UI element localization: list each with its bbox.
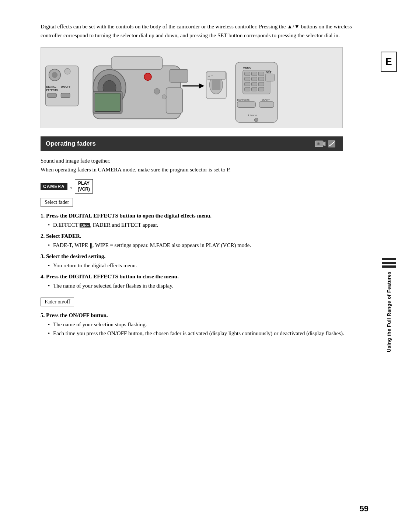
step-5: 5. Press the ON/OFF button. The name of … bbox=[41, 312, 369, 338]
sidebar-line-3 bbox=[382, 265, 396, 268]
step-4-title: 4. Press the DIGITAL EFFECTS button to c… bbox=[41, 274, 369, 280]
svg-rect-32 bbox=[252, 72, 257, 76]
sidebar-right: E bbox=[380, 52, 398, 72]
desc-line1: Sound and image fade together. bbox=[41, 156, 369, 165]
step-5-title: 5. Press the ON/OFF button. bbox=[41, 312, 369, 319]
svg-rect-44 bbox=[265, 74, 275, 81]
svg-rect-13 bbox=[111, 57, 163, 70]
step-5-bullet-1: The name of your selection stops flashin… bbox=[48, 320, 369, 329]
callout-fader-onoff: Fader on/off bbox=[41, 298, 74, 306]
step-1-bullets: D.EFFECT OFF, FADER and EFFECT appear. bbox=[48, 220, 369, 229]
svg-rect-8 bbox=[61, 93, 70, 98]
badge-camera: CAMERA bbox=[41, 183, 67, 190]
svg-text:□ P: □ P bbox=[208, 74, 213, 77]
svg-text:MENU: MENU bbox=[243, 66, 252, 69]
svg-rect-34 bbox=[245, 77, 250, 81]
svg-point-19 bbox=[154, 88, 160, 94]
svg-point-3 bbox=[64, 68, 70, 74]
step-2-title: 2. Select FADER. bbox=[41, 233, 369, 239]
svg-rect-17 bbox=[166, 88, 183, 113]
step-1-title: 1. Press the DIGITAL EFFECTS button to o… bbox=[41, 213, 369, 219]
step-4: 4. Press the DIGITAL EFFECTS button to c… bbox=[41, 274, 369, 290]
svg-point-18 bbox=[144, 73, 151, 80]
camera-icon bbox=[315, 139, 326, 148]
svg-rect-39 bbox=[258, 82, 264, 86]
step-3-title: 3. Select the desired setting. bbox=[41, 253, 369, 260]
step-3-bullets: You return to the digital effects menu. bbox=[48, 261, 369, 270]
sidebar-line-2 bbox=[382, 262, 396, 264]
sidebar-lines bbox=[382, 258, 396, 268]
mode-badges: CAMERA , PLAY (VCR) bbox=[41, 179, 369, 194]
callout-select-fader: Select fader bbox=[41, 198, 73, 207]
step-4-bullets: The name of your selected fader flashes … bbox=[48, 281, 369, 290]
sidebar-label-area: Using the Full Range of Features bbox=[380, 258, 398, 352]
svg-text:SET: SET bbox=[266, 70, 272, 74]
svg-point-20 bbox=[162, 95, 167, 99]
step-2-bullet-1: FADE-T, WIPE ‖, WIPE ≡ settings appear. … bbox=[48, 241, 369, 250]
svg-rect-31 bbox=[245, 72, 250, 76]
svg-rect-40 bbox=[245, 87, 250, 91]
svg-rect-41 bbox=[252, 87, 257, 91]
step-2-bullets: FADE-T, WIPE ‖, WIPE ≡ settings appear. … bbox=[48, 241, 369, 250]
sidebar-vertical-text: Using the Full Range of Features bbox=[386, 271, 392, 352]
sidebar-letter: E bbox=[381, 52, 397, 72]
step-1-bullet-1: D.EFFECT OFF, FADER and EFFECT appear. bbox=[48, 220, 369, 229]
page-number: 59 bbox=[360, 504, 369, 514]
svg-rect-48 bbox=[259, 102, 274, 108]
svg-rect-33 bbox=[258, 72, 264, 76]
svg-rect-25 bbox=[212, 80, 221, 90]
svg-rect-14 bbox=[170, 69, 188, 82]
svg-rect-37 bbox=[245, 82, 250, 86]
svg-rect-38 bbox=[252, 82, 257, 86]
step-1: 1. Press the DIGITAL EFFECTS button to o… bbox=[41, 213, 369, 229]
svg-rect-7 bbox=[48, 93, 57, 98]
svg-text:DIGITAL: DIGITAL bbox=[46, 86, 57, 88]
svg-text:Canon: Canon bbox=[248, 113, 257, 117]
step-2: 2. Select FADER. FADE-T, WIPE ‖, WIPE ≡ … bbox=[41, 233, 369, 250]
desc-text: Sound and image fade together. When oper… bbox=[41, 156, 369, 174]
header-icons bbox=[315, 139, 338, 148]
pencil-icon bbox=[327, 139, 338, 148]
step-4-bullet-1: The name of your selected fader flashes … bbox=[48, 281, 369, 290]
intro-text: Digital effects can be set with the cont… bbox=[41, 22, 369, 40]
svg-rect-36 bbox=[258, 77, 264, 81]
badge-play: PLAY (VCR) bbox=[75, 179, 93, 194]
svg-rect-16 bbox=[95, 93, 120, 112]
step-3: 3. Select the desired setting. You retur… bbox=[41, 253, 369, 270]
sidebar-line-1 bbox=[382, 258, 396, 260]
badge-comma: , bbox=[70, 183, 72, 190]
section-title: Operating faders bbox=[46, 140, 96, 147]
svg-rect-35 bbox=[252, 77, 257, 81]
step-5-bullet-2: Each time you press the ON/OFF button, t… bbox=[48, 329, 369, 338]
svg-point-54 bbox=[318, 143, 319, 145]
svg-point-2 bbox=[52, 72, 57, 78]
diagram-area: DIGITAL EFFECTS ON/OFF bbox=[41, 47, 343, 128]
step-5-bullets: The name of your selection stops flashin… bbox=[48, 320, 369, 338]
svg-rect-47 bbox=[237, 102, 256, 108]
svg-text:ON/OFF: ON/OFF bbox=[262, 99, 270, 101]
svg-text:ON/OFF: ON/OFF bbox=[61, 86, 70, 88]
svg-marker-52 bbox=[323, 142, 325, 146]
desc-line2: When operating faders in CAMERA mode, ma… bbox=[41, 165, 369, 174]
section-header: Operating faders bbox=[41, 136, 343, 151]
svg-rect-42 bbox=[258, 87, 264, 91]
svg-marker-22 bbox=[199, 83, 205, 88]
svg-point-50 bbox=[254, 118, 258, 122]
svg-text:D.EFFECTS: D.EFFECTS bbox=[237, 99, 249, 101]
svg-text:EFFECTS: EFFECTS bbox=[46, 89, 58, 91]
page-container: E Using the Full Range of Features Digit… bbox=[0, 0, 398, 532]
step-3-bullet-1: You return to the digital effects menu. bbox=[48, 261, 369, 270]
